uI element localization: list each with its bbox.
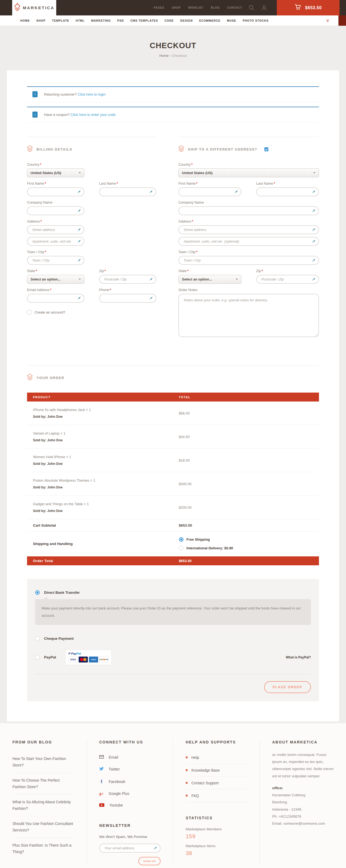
email-label: Email Address (27, 288, 49, 292)
blog-link[interactable]: Should You Use Fashion Consultant Servic… (12, 816, 74, 838)
office-label: office: (272, 785, 334, 792)
blog-link[interactable]: What is So Alluring About Celebrity Fash… (12, 795, 74, 816)
bank-transfer-option[interactable]: Direct Bank Transfer (35, 590, 311, 595)
subnav-html[interactable]: HTML (76, 19, 84, 22)
billing-email-input[interactable] (32, 296, 76, 301)
place-order-area: PLACE ORDER (35, 674, 311, 701)
footer-about-column: ABOUT MARKETICA ec mollis lorem consequa… (260, 740, 346, 865)
billing-phone-input[interactable] (104, 296, 148, 301)
billing-country-field: Country* United States (US) (27, 162, 84, 177)
subnav-design[interactable]: DESIGN (180, 19, 193, 22)
subnav-template[interactable]: TEMPLATE (52, 19, 69, 22)
free-shipping-option[interactable]: Free Shipping (179, 537, 319, 542)
top-nav-shop[interactable]: SHOP (172, 6, 180, 9)
shipping-state-field: State* Select an option... (178, 269, 241, 284)
coupon-link[interactable]: Click here to enter your code (71, 113, 115, 117)
state-label: State (178, 269, 186, 273)
product-name: Gadget and Things on the Table × 1 (27, 502, 179, 506)
billing-company-input[interactable] (32, 209, 76, 213)
twitter-link[interactable]: Twitter (99, 763, 161, 775)
nav-corner-tab[interactable] (339, 16, 346, 26)
user-account-icon[interactable] (261, 5, 267, 11)
radio-icon[interactable] (35, 636, 40, 641)
youtube-link[interactable]: Youtube (99, 800, 161, 811)
chevron-double-down-icon[interactable] (326, 19, 329, 22)
shipping-company-field: Company Name (178, 200, 319, 215)
international-delivery-option[interactable]: International Delivery: $5.90 (179, 546, 319, 551)
radio-icon[interactable] (179, 546, 183, 551)
shipping-country-select[interactable]: United States (US) (178, 168, 319, 177)
faq-link[interactable]: FAQ (186, 789, 247, 802)
top-nav-wishlist[interactable]: WISHLIST (188, 6, 203, 9)
radio-icon[interactable] (35, 655, 40, 659)
cart-button[interactable]: $653.50 (277, 0, 340, 16)
billing-apartment-input[interactable] (32, 239, 76, 244)
billing-street-address-input[interactable] (32, 227, 76, 232)
breadcrumb-home-link[interactable]: Home (159, 54, 169, 58)
billing-first-name-input[interactable] (32, 189, 76, 194)
order-item-row: iPhone 5s with Headphones Jack × 1 Sold … (27, 402, 319, 425)
radio-selected-icon[interactable] (179, 537, 183, 542)
knowledge-base-link[interactable]: Knowladge Base (186, 764, 247, 777)
shipping-section: SHIP TO A DIFFERENT ADDRESS? Country* Un… (178, 137, 319, 342)
create-account-option[interactable]: Create an account? (27, 310, 156, 314)
top-nav-blog[interactable]: BLOG (211, 6, 220, 9)
cheque-payment-option[interactable]: Cheque Payment (35, 636, 311, 641)
create-account-checkbox[interactable] (27, 310, 31, 314)
shipping-last-name-input[interactable] (261, 189, 311, 194)
items-count: 38 (186, 850, 247, 856)
paypal-option[interactable]: PayPal P PayPal VISA AMEX DISCVER What i… (35, 650, 311, 665)
billing-zip-input[interactable] (104, 277, 148, 282)
what-is-paypal-link[interactable]: What is PayPal? (286, 655, 311, 659)
state-selected-value: Select an option... (182, 277, 212, 281)
blog-link[interactable]: How To Choose The Perfect Fashion Store? (12, 773, 74, 795)
help-link[interactable]: Help (186, 751, 247, 764)
top-nav-pages[interactable]: PAGES (154, 6, 164, 9)
billing-state-select[interactable]: Select an option... (27, 275, 84, 284)
required-mark: * (196, 181, 198, 185)
subnav-cms-templates[interactable]: CMS TEMPLATES (130, 19, 158, 22)
shipping-state-select[interactable]: Select an option... (178, 275, 241, 284)
shipping-town-input[interactable] (183, 258, 311, 262)
shipping-country-field: Country* United States (US) (178, 162, 319, 177)
facebook-icon: f (99, 779, 104, 784)
facebook-link[interactable]: f Facebook (99, 775, 161, 788)
brand-logo[interactable]: MARKETICA (12, 0, 56, 16)
subtotal-label: Cart Subtotal (27, 523, 179, 527)
subnav-psd[interactable]: PSD (117, 19, 124, 22)
subnav-ecommerce[interactable]: ECOMMERCE (199, 19, 220, 22)
billing-last-name-input[interactable] (104, 189, 148, 194)
newsletter-email-input[interactable] (104, 846, 152, 850)
contact-support-link[interactable]: Contact Support (186, 777, 247, 789)
signup-button[interactable]: SIGN UP (138, 857, 161, 865)
subnav-code[interactable]: CODE (165, 19, 174, 22)
shipping-company-input[interactable] (183, 209, 311, 213)
google-plus-link[interactable]: g+ Google Plus (99, 788, 161, 800)
blog-link[interactable]: Plus Size Fashion: Is There Such a Thing… (12, 838, 74, 859)
login-link[interactable]: Click here to login (77, 92, 105, 96)
email-link[interactable]: Email (99, 751, 161, 763)
required-mark: * (196, 250, 198, 254)
pen-icon (77, 239, 81, 245)
subnav-muse[interactable]: MUSE (227, 19, 236, 22)
subnav-home[interactable]: HOME (20, 19, 30, 22)
shipping-zip-input[interactable] (261, 277, 311, 282)
subnav-marketing[interactable]: MARKETING (91, 19, 111, 22)
shipping-first-name-input[interactable] (183, 189, 233, 194)
top-nav-contact[interactable]: CONTACT (227, 6, 242, 9)
blog-link[interactable]: How To Start Your Own Fashion Store? (12, 751, 74, 773)
subnav-photo-stocks[interactable]: PHOTO STOCKS (243, 19, 269, 22)
radio-selected-icon[interactable] (35, 590, 40, 595)
cart-subtotal-row: Cart Subtotal $653.50 (27, 519, 319, 532)
ship-different-address-checkbox[interactable] (264, 147, 269, 151)
search-icon[interactable] (249, 5, 255, 11)
shipping-street-address-input[interactable] (183, 227, 311, 232)
shipping-apartment-input[interactable] (183, 239, 311, 244)
place-order-button[interactable]: PLACE ORDER (264, 681, 311, 693)
billing-town-input[interactable] (32, 258, 76, 262)
billing-country-select[interactable]: United States (US) (27, 168, 84, 177)
resize-grip-icon[interactable] (315, 334, 318, 336)
subnav-shop[interactable]: SHOP (36, 19, 46, 22)
order-notes-textarea[interactable] (178, 294, 319, 337)
order-total-value: $653.50 (179, 559, 319, 563)
